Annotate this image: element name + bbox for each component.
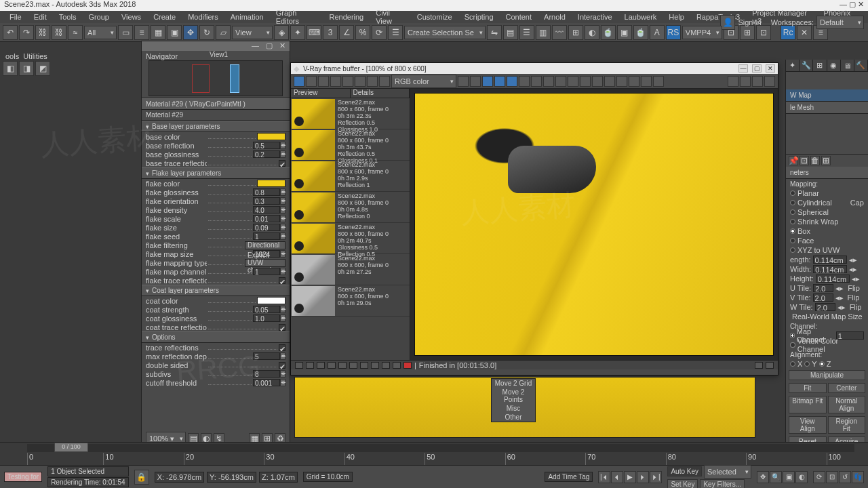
coord-z[interactable]: Z: 1.07cm: [259, 472, 298, 483]
param-value[interactable]: 8: [253, 370, 280, 378]
mapping-option[interactable]: Planar: [786, 188, 868, 198]
spinner[interactable]: ◂▸: [280, 142, 285, 149]
vfb-load-icon[interactable]: [318, 76, 329, 87]
align-z[interactable]: [819, 361, 825, 367]
vfb-red-icon[interactable]: [458, 76, 469, 87]
param-check[interactable]: ✔: [279, 277, 285, 284]
param-value[interactable]: 0.01: [253, 215, 280, 222]
vfb-s2[interactable]: [306, 362, 314, 369]
vfb-t7[interactable]: [592, 76, 603, 87]
goto-end-icon[interactable]: ⏵|: [650, 471, 662, 483]
tab-create-icon[interactable]: ✦: [786, 60, 800, 71]
vfb-t3[interactable]: [543, 76, 554, 87]
autodesk-icon[interactable]: A: [650, 25, 665, 40]
spinner[interactable]: ◂▸: [280, 197, 285, 205]
command-tabs[interactable]: ✦ 🔧 ⊞ ◉ 🖥 🔨: [786, 60, 868, 72]
vfb-t12[interactable]: [653, 76, 664, 87]
cmd-hier-icon[interactable]: ◩: [35, 61, 50, 76]
history-item[interactable]: Scene22.max800 x 600, frame 00h 1m 29.0s: [291, 285, 410, 317]
material-name[interactable]: Material #29: [142, 110, 290, 121]
mapping-option[interactable]: Shrink Wrap: [786, 217, 868, 226]
render-setup-icon[interactable]: 🍵: [601, 25, 616, 40]
history-col-details[interactable]: Details: [351, 89, 410, 98]
menu-edit[interactable]: Edit: [28, 12, 52, 22]
mirror-icon[interactable]: ⇋: [487, 25, 502, 40]
add-time-tag[interactable]: Add Time Tag: [545, 472, 593, 482]
param-value[interactable]: 0.09: [253, 224, 280, 231]
param-value[interactable]: 0.3: [253, 197, 280, 205]
material-editor-icon[interactable]: ◐: [585, 25, 599, 40]
history-item[interactable]: Scene22.max800 x 600, frame 00h 2m 27.2s: [291, 254, 410, 285]
nav-roll-icon[interactable]: ↺: [839, 471, 851, 483]
menu-create[interactable]: Create: [148, 12, 181, 22]
panel-window-controls[interactable]: —▢✕: [142, 41, 290, 51]
mapping-option[interactable]: XYZ to UVW: [786, 245, 868, 255]
vfb-track-icon[interactable]: [379, 76, 390, 87]
radio[interactable]: [790, 190, 795, 196]
vfb-stop-icon[interactable]: [403, 362, 412, 369]
menu-content[interactable]: Content: [500, 12, 538, 22]
vfb-s8[interactable]: [371, 362, 379, 369]
rotate-icon[interactable]: ↻: [199, 25, 214, 40]
signin-button[interactable]: 👤: [720, 15, 735, 30]
render-icon[interactable]: 🍵: [633, 25, 648, 40]
vfb-s10[interactable]: [393, 362, 401, 369]
coord-y[interactable]: Y: -56.193cm: [207, 472, 256, 483]
vfb-r4[interactable]: [764, 76, 775, 87]
nav-node-a[interactable]: [192, 64, 210, 93]
toggle-ribbon-icon[interactable]: ▥: [536, 25, 551, 40]
rollout-coat[interactable]: Coat layer parameters: [142, 285, 290, 296]
vtxcolor-radio[interactable]: [790, 342, 795, 348]
vfb-s3[interactable]: [317, 362, 325, 369]
unlink-icon[interactable]: ⛓: [52, 25, 66, 40]
redo-icon[interactable]: ↷: [19, 25, 34, 40]
del-icon[interactable]: 🗑: [810, 156, 820, 165]
nav-zoomall-icon[interactable]: ▣: [783, 471, 795, 483]
rollout-options[interactable]: Options: [142, 331, 290, 343]
radio[interactable]: [790, 200, 795, 205]
align-x[interactable]: [790, 361, 795, 367]
play-icon[interactable]: ▶: [624, 471, 636, 483]
lock-icon[interactable]: 🔒: [134, 470, 149, 485]
cmd-modify-icon[interactable]: ◨: [19, 61, 34, 76]
vfb-t6[interactable]: [580, 76, 591, 87]
normal-align-button[interactable]: Normal Align: [828, 396, 866, 413]
param-value[interactable]: 0.001: [253, 379, 280, 386]
vfb-sr2[interactable]: [766, 362, 774, 369]
time-track[interactable]: 0 / 100: [27, 444, 854, 452]
params-header[interactable]: neters: [786, 167, 868, 179]
align-icon[interactable]: ▤: [503, 25, 518, 40]
mapchannel-radio[interactable]: [790, 333, 795, 338]
tab-hier-icon[interactable]: ⊞: [813, 60, 827, 71]
spinner[interactable]: ◂▸: [280, 215, 285, 222]
context-menu[interactable]: Move 2 GridMove 2 PointsMiscOther: [491, 378, 536, 422]
tile-input[interactable]: 2.0: [815, 303, 835, 311]
mapping-option[interactable]: Box: [786, 226, 868, 236]
param-value[interactable]: 0.5: [253, 142, 280, 149]
bind-icon[interactable]: ≈: [68, 25, 83, 40]
next-frame-icon[interactable]: ⏵: [637, 471, 649, 483]
vfb-t2[interactable]: [531, 76, 542, 87]
color-swatch[interactable]: [257, 180, 285, 187]
tile-input[interactable]: 2.0: [813, 284, 833, 292]
vfb-t11[interactable]: [641, 76, 652, 87]
menu-customize[interactable]: Customize: [412, 12, 458, 22]
cmd-create-icon[interactable]: ◧: [3, 61, 18, 76]
spinner[interactable]: ◂▸: [280, 150, 285, 158]
history-item[interactable]: Scene22.max800 x 600, frame 00h 3m 22.3s…: [291, 98, 410, 129]
tab-util-icon[interactable]: 🔨: [854, 60, 868, 71]
spinner[interactable]: ◂▸: [835, 284, 844, 293]
spinner[interactable]: ◂▸: [280, 268, 285, 275]
menu-scripting[interactable]: Scripting: [459, 12, 499, 22]
spinner[interactable]: ◂▸: [837, 303, 846, 312]
vfb-t8[interactable]: [604, 76, 615, 87]
prev-frame-icon[interactable]: ⏴: [611, 471, 623, 483]
vfb-s7[interactable]: [360, 362, 368, 369]
layers-icon[interactable]: ☰: [519, 25, 534, 40]
menu-rendering[interactable]: Rendering: [323, 12, 369, 22]
vfb-s5[interactable]: [338, 362, 347, 369]
move-icon[interactable]: ✥: [183, 25, 198, 40]
modifier-mesh[interactable]: le Mesh: [786, 102, 868, 114]
preset-dropdown[interactable]: VMPP4: [682, 26, 722, 39]
history-item[interactable]: Scene22.max800 x 600, frame 00h 3m 43.7s…: [291, 129, 410, 161]
